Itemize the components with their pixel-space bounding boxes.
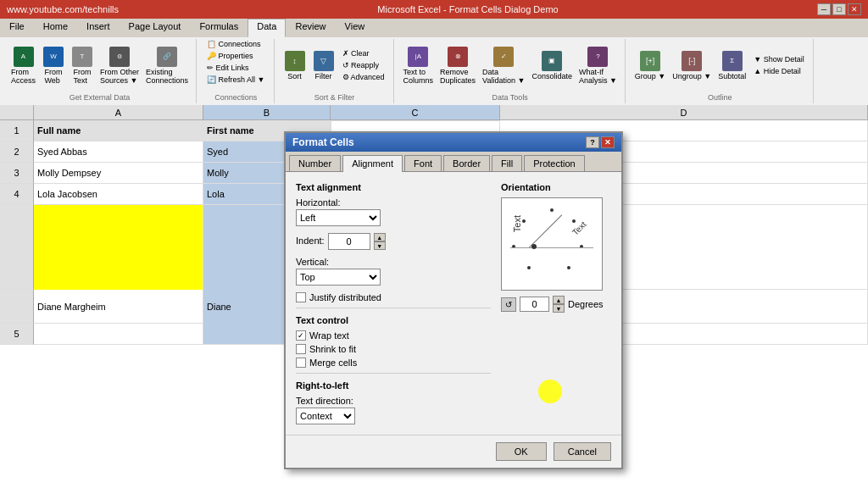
horizontal-select[interactable]: Left General Center Right: [296, 209, 381, 226]
wrap-text-row[interactable]: ✓ Wrap text: [296, 330, 491, 341]
indent-spinner: ▲ ▼: [374, 233, 386, 250]
format-cells-dialog: Format Cells ? ✕ Number Alignment Font B…: [284, 131, 623, 469]
degrees-label: Degrees: [568, 299, 604, 309]
degrees-up-button[interactable]: ▲: [553, 296, 565, 304]
degrees-row: ↺ 0 ▲ ▼ Degrees: [501, 296, 611, 313]
tab-number[interactable]: Number: [289, 155, 341, 171]
orient-dot-bl: [527, 266, 531, 269]
dialog-footer: OK Cancel: [286, 435, 621, 468]
tab-fill[interactable]: Fill: [492, 155, 522, 171]
degrees-counter-button[interactable]: ↺: [501, 297, 516, 312]
indent-down-button[interactable]: ▼: [374, 241, 386, 250]
dialog-title-bar: Format Cells ? ✕: [286, 133, 621, 152]
rtl-title: Right-to-left: [296, 380, 491, 391]
orientation-box[interactable]: Text Text: [501, 197, 603, 291]
degrees-spinner: ▲ ▼: [553, 296, 565, 313]
wrap-text-checkbox[interactable]: ✓: [296, 330, 306, 341]
shrink-to-fit-checkbox[interactable]: [296, 344, 306, 354]
justify-distributed-row[interactable]: Justify distributed: [296, 292, 491, 302]
shrink-to-fit-row[interactable]: Shrink to fit: [296, 344, 491, 354]
dialog-left-panel: Text alignment Horizontal: Left General …: [296, 182, 491, 424]
justify-distributed-checkbox[interactable]: [296, 292, 306, 302]
orient-dot-top: [550, 208, 554, 212]
dialog-body: Text alignment Horizontal: Left General …: [286, 172, 621, 435]
horizontal-field-row: Horizontal: Left General Center Right: [296, 197, 491, 226]
text-control-title: Text control: [296, 315, 491, 325]
dialog-overlay: Format Cells ? ✕ Number Alignment Font B…: [0, 0, 868, 488]
divider-2: [296, 373, 491, 374]
text-direction-label: Text direction:: [296, 396, 491, 406]
indent-label: Indent:: [296, 236, 325, 246]
ok-button[interactable]: OK: [496, 442, 547, 461]
shrink-to-fit-label: Shrink to fit: [309, 344, 356, 354]
degrees-value: 0: [531, 299, 537, 309]
tab-protection[interactable]: Protection: [524, 155, 585, 171]
tab-alignment[interactable]: Alignment: [342, 155, 403, 172]
orient-horizontal-line: [510, 247, 593, 248]
merge-cells-row[interactable]: Merge cells: [296, 358, 491, 368]
cancel-button[interactable]: Cancel: [554, 442, 611, 461]
dialog-right-panel: Orientation Text Text: [501, 182, 611, 424]
indent-input[interactable]: [328, 233, 370, 250]
indent-row: Indent: ▲ ▼: [296, 233, 491, 250]
tab-border[interactable]: Border: [443, 155, 490, 171]
merge-cells-checkbox[interactable]: [296, 358, 306, 368]
justify-distributed-label: Justify distributed: [309, 292, 381, 302]
orient-dot-br: [567, 266, 570, 269]
horizontal-label: Horizontal:: [296, 197, 491, 208]
dialog-close-button[interactable]: ✕: [601, 136, 615, 148]
orient-dot-tr: [572, 219, 576, 223]
indent-up-button[interactable]: ▲: [374, 233, 386, 241]
orient-dot-tl: [522, 219, 526, 223]
tab-font[interactable]: Font: [404, 155, 442, 171]
orientation-title: Orientation: [501, 182, 611, 192]
degrees-down-button[interactable]: ▼: [553, 304, 565, 313]
dialog-title-buttons: ? ✕: [586, 136, 615, 148]
wrap-text-label: Wrap text: [309, 330, 349, 341]
rtl-section: Right-to-left Text direction: Context Le…: [296, 380, 491, 424]
orient-vertical-text: Text: [512, 215, 522, 232]
vertical-label: Vertical:: [296, 257, 491, 267]
dialog-tab-bar: Number Alignment Font Border Fill Protec…: [286, 152, 621, 172]
degrees-display[interactable]: 0: [520, 297, 549, 312]
divider-1: [296, 308, 491, 308]
dialog-title-text: Format Cells: [292, 136, 354, 148]
text-control-section: Text control ✓ Wrap text Shrink to fit M…: [296, 315, 491, 368]
text-alignment-title: Text alignment: [296, 182, 491, 192]
orient-center-dot: [531, 244, 537, 249]
vertical-field-row: Vertical: Top Center Bottom: [296, 257, 491, 286]
merge-cells-label: Merge cells: [309, 358, 357, 368]
vertical-select[interactable]: Top Center Bottom: [296, 269, 381, 286]
dialog-help-button[interactable]: ?: [586, 136, 599, 148]
text-direction-select[interactable]: Context Left-to-Right Right-to-Left: [296, 408, 355, 424]
orient-angle-line: [529, 214, 563, 248]
